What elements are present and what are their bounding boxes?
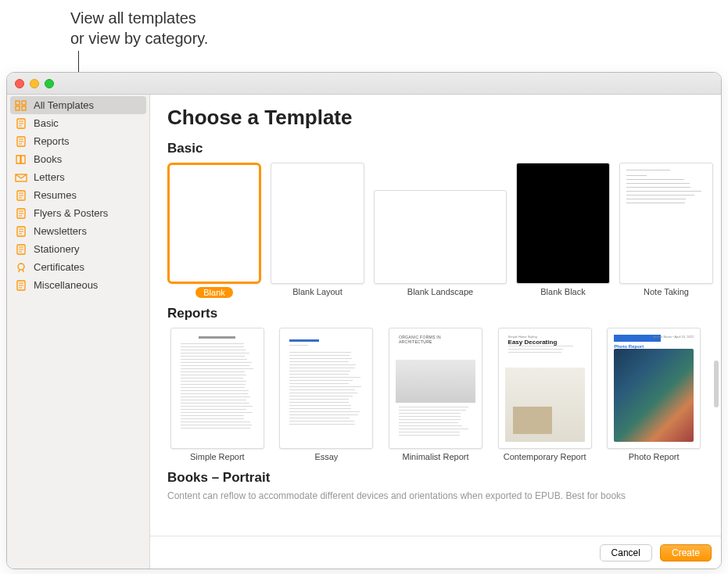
template-item[interactable]: Essay bbox=[277, 328, 377, 462]
template-chooser-window: All TemplatesBasicReportsBooksLettersRes… bbox=[6, 72, 722, 569]
sidebar-item-letters[interactable]: Letters bbox=[7, 168, 149, 186]
template-item[interactable]: Blank Landscape bbox=[374, 163, 507, 298]
sidebar-item-label: Reports bbox=[34, 135, 70, 147]
template-thumbnail[interactable]: Author Name • April 10, 2022Photo Report bbox=[607, 328, 701, 449]
template-label: Blank Black bbox=[540, 287, 585, 297]
sidebar-item-label: Certificates bbox=[34, 261, 84, 273]
template-item[interactable]: Author Name • April 10, 2022Photo Report… bbox=[604, 328, 704, 462]
template-label: Photo Report bbox=[629, 452, 680, 462]
main-content: Choose a Template BasicBlankBlank Layout… bbox=[150, 95, 721, 536]
template-label: Essay bbox=[314, 452, 338, 462]
sidebar-item-stationery[interactable]: Stationery bbox=[7, 240, 149, 258]
minimize-button[interactable] bbox=[30, 79, 39, 88]
template-thumbnail[interactable] bbox=[619, 163, 713, 284]
svg-rect-2 bbox=[16, 106, 20, 110]
sidebar-item-reports[interactable]: Reports bbox=[7, 132, 149, 150]
vertical-scrollbar[interactable] bbox=[714, 361, 719, 407]
doc-lines-icon bbox=[15, 136, 27, 147]
page-title: Choose a Template bbox=[167, 106, 704, 130]
svg-rect-1 bbox=[22, 101, 26, 105]
misc-icon bbox=[15, 280, 27, 291]
template-item[interactable]: Blank bbox=[167, 163, 261, 298]
template-label: Note Taking bbox=[644, 287, 689, 297]
template-item[interactable]: Blank Black bbox=[516, 163, 610, 298]
sidebar-item-label: Books bbox=[34, 153, 62, 165]
section-title: Reports bbox=[167, 306, 704, 321]
template-item[interactable]: Simple Home StylingEasy DecoratingContem… bbox=[495, 328, 595, 462]
sidebar-item-label: Newsletters bbox=[34, 225, 87, 237]
section-title: Basic bbox=[167, 141, 704, 156]
grid-icon bbox=[15, 100, 27, 111]
annotation-callout: View all templatesor view by category. bbox=[70, 8, 208, 48]
sidebar-item-label: Flyers & Posters bbox=[34, 207, 108, 219]
card-icon bbox=[15, 244, 27, 255]
template-label: Minimalist Report bbox=[403, 452, 469, 462]
window-body: All TemplatesBasicReportsBooksLettersRes… bbox=[7, 95, 721, 569]
sidebar-item-label: Miscellaneous bbox=[34, 279, 98, 291]
footer: Cancel Create bbox=[150, 536, 721, 569]
template-label: Blank Landscape bbox=[407, 287, 473, 297]
template-thumbnail[interactable]: Simple Home StylingEasy Decorating bbox=[498, 328, 592, 449]
sidebar: All TemplatesBasicReportsBooksLettersRes… bbox=[7, 95, 150, 569]
envelope-icon bbox=[15, 172, 27, 183]
poster-icon bbox=[15, 208, 27, 219]
cancel-button[interactable]: Cancel bbox=[600, 544, 652, 561]
template-thumbnail[interactable] bbox=[271, 163, 364, 284]
sidebar-item-label: Letters bbox=[34, 171, 65, 183]
template-thumbnail[interactable] bbox=[170, 328, 264, 449]
template-label: Contemporary Report bbox=[504, 452, 586, 462]
template-thumbnail[interactable] bbox=[279, 328, 373, 449]
template-item[interactable]: Note Taking bbox=[619, 163, 713, 298]
titlebar bbox=[7, 73, 721, 95]
sidebar-item-miscellaneous[interactable]: Miscellaneous bbox=[7, 276, 149, 294]
template-item[interactable]: Simple Report bbox=[167, 328, 267, 462]
create-button[interactable]: Create bbox=[660, 544, 712, 561]
sidebar-item-label: Stationery bbox=[34, 243, 80, 255]
template-label: Blank bbox=[195, 287, 233, 298]
section-title: Books – Portrait bbox=[167, 470, 704, 486]
news-icon bbox=[15, 226, 27, 237]
person-doc-icon bbox=[15, 190, 27, 201]
template-row: BlankBlank LayoutBlank LandscapeBlank Bl… bbox=[167, 163, 704, 298]
doc-icon bbox=[15, 118, 27, 129]
sidebar-item-certificates[interactable]: Certificates bbox=[7, 258, 149, 276]
template-item[interactable]: Blank Layout bbox=[271, 163, 364, 298]
template-row: Simple ReportEssayORGANIC FORMS IN ARCHI… bbox=[167, 328, 704, 462]
sidebar-item-newsletters[interactable]: Newsletters bbox=[7, 222, 149, 240]
template-thumbnail[interactable] bbox=[374, 190, 507, 284]
svg-rect-0 bbox=[16, 101, 20, 105]
svg-rect-3 bbox=[22, 106, 26, 110]
book-icon bbox=[15, 154, 27, 165]
zoom-button[interactable] bbox=[45, 79, 54, 88]
close-button[interactable] bbox=[15, 79, 24, 88]
seal-icon bbox=[15, 262, 27, 273]
template-thumbnail[interactable]: ORGANIC FORMS IN ARCHITECTURE bbox=[389, 328, 482, 449]
template-label: Simple Report bbox=[190, 452, 245, 462]
sidebar-item-label: Basic bbox=[34, 117, 59, 129]
template-thumbnail[interactable] bbox=[516, 163, 610, 284]
sidebar-item-resumes[interactable]: Resumes bbox=[7, 186, 149, 204]
sidebar-item-books[interactable]: Books bbox=[7, 150, 149, 168]
template-label: Blank Layout bbox=[292, 287, 342, 297]
main-pane: Choose a Template BasicBlankBlank Layout… bbox=[150, 95, 721, 569]
sidebar-item-flyers-posters[interactable]: Flyers & Posters bbox=[7, 204, 149, 222]
svg-point-29 bbox=[18, 264, 24, 270]
section-subtitle: Content can reflow to accommodate differ… bbox=[167, 490, 704, 501]
sidebar-item-all-templates[interactable]: All Templates bbox=[10, 96, 146, 114]
sidebar-item-label: All Templates bbox=[34, 99, 94, 111]
template-item[interactable]: ORGANIC FORMS IN ARCHITECTUREMinimalist … bbox=[386, 328, 486, 462]
sidebar-item-label: Resumes bbox=[34, 189, 77, 201]
sidebar-item-basic[interactable]: Basic bbox=[7, 114, 149, 132]
template-thumbnail[interactable] bbox=[167, 163, 261, 284]
